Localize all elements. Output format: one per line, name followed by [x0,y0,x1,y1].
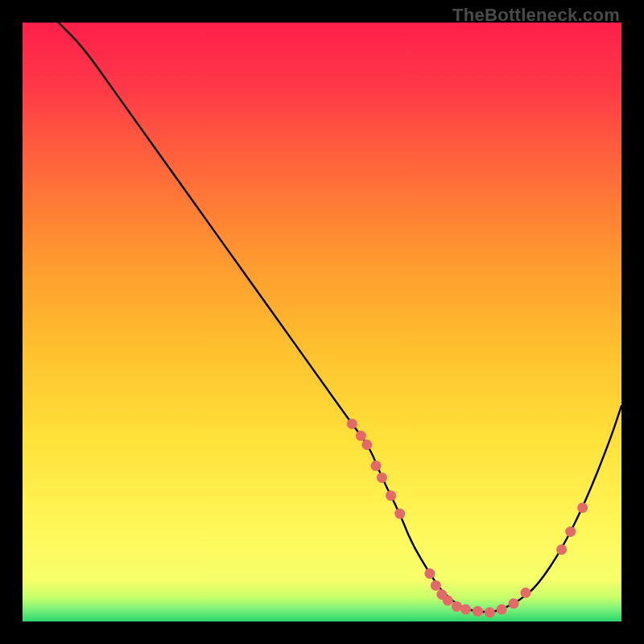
data-marker [370,460,381,471]
data-marker [431,580,441,591]
watermark-text: TheBottleneck.com [452,5,620,26]
data-marker [377,473,387,483]
data-marker [361,440,372,450]
chart-frame [23,23,621,621]
data-marker [509,598,519,609]
data-marker [460,605,471,615]
data-marker [520,588,530,598]
data-marker [577,502,588,513]
data-marker [424,568,435,579]
data-marker [556,544,567,555]
gradient-background [23,23,621,621]
data-marker [356,431,366,441]
bottleneck-chart [23,23,621,621]
data-marker [565,526,576,537]
data-marker [473,606,483,617]
data-marker [443,595,453,605]
data-marker [386,490,396,501]
data-marker [347,419,357,429]
data-marker [394,509,405,519]
data-marker [452,601,462,612]
data-marker [485,607,495,617]
data-marker [497,605,507,615]
